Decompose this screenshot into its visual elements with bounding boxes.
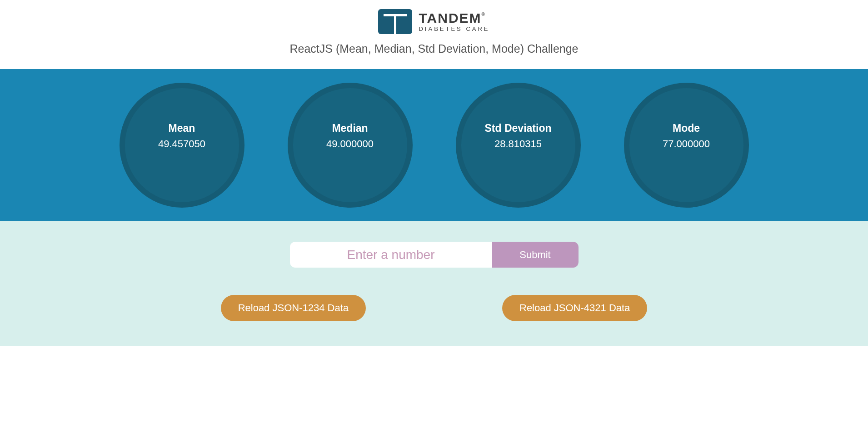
stat-circle-std-deviation: Std Deviation 28.810315 (456, 83, 581, 208)
stat-label: Mode (673, 122, 700, 134)
reload-json-1234-button[interactable]: Reload JSON-1234 Data (221, 295, 366, 321)
stat-value: 49.000000 (326, 138, 374, 150)
reload-json-4321-button[interactable]: Reload JSON-4321 Data (502, 295, 647, 321)
stat-value: 49.457050 (158, 138, 205, 150)
logo-registered-mark: ® (482, 12, 486, 17)
stat-circle-mode: Mode 77.000000 (624, 83, 749, 208)
logo-tagline: DIABETES CARE (419, 26, 489, 32)
stat-value: 77.000000 (663, 138, 710, 150)
submit-button[interactable]: Submit (492, 242, 579, 268)
number-input-row: Submit (290, 242, 579, 268)
number-input[interactable] (290, 242, 492, 268)
logo-icon (378, 9, 412, 34)
page-subtitle: ReactJS (Mean, Median, Std Deviation, Mo… (0, 42, 868, 55)
stat-circle-mean: Mean 49.457050 (120, 83, 244, 208)
logo: TANDEM® DIABETES CARE (378, 9, 489, 34)
stat-circle-median: Median 49.000000 (288, 83, 413, 208)
stat-label: Mean (169, 122, 195, 134)
stats-band: Mean 49.457050 Median 49.000000 Std Devi… (0, 69, 868, 221)
stat-label: Std Deviation (485, 122, 552, 134)
reload-row: Reload JSON-1234 Data Reload JSON-4321 D… (0, 295, 868, 321)
logo-brand: TANDEM® (419, 11, 489, 25)
page-header: TANDEM® DIABETES CARE ReactJS (Mean, Med… (0, 0, 868, 69)
lower-panel: Submit Reload JSON-1234 Data Reload JSON… (0, 221, 868, 346)
logo-text: TANDEM® DIABETES CARE (419, 11, 489, 32)
stat-value: 28.810315 (494, 138, 542, 150)
logo-brand-name: TANDEM (419, 10, 481, 25)
stat-label: Median (332, 122, 368, 134)
